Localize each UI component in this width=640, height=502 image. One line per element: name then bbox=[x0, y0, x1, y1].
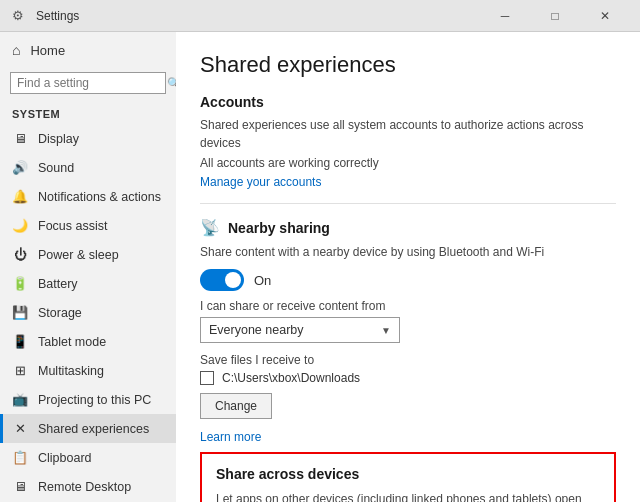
share-across-description: Let apps on other devices (including lin… bbox=[216, 490, 600, 502]
title-bar: ⚙ Settings ─ □ ✕ bbox=[0, 0, 640, 32]
home-icon: ⌂ bbox=[12, 42, 20, 58]
nearby-toggle[interactable] bbox=[200, 269, 244, 291]
share-from-label: I can share or receive content from bbox=[200, 299, 616, 313]
sidebar-item-label: Clipboard bbox=[38, 451, 92, 465]
sidebar-item-storage[interactable]: 💾 Storage bbox=[0, 298, 176, 327]
nearby-toggle-knob bbox=[225, 272, 241, 288]
search-icon: 🔍 bbox=[167, 77, 176, 90]
title-bar-controls: ─ □ ✕ bbox=[482, 0, 628, 32]
sidebar-item-remote[interactable]: 🖥 Remote Desktop bbox=[0, 472, 176, 501]
clipboard-icon: 📋 bbox=[12, 450, 28, 465]
sidebar-section-label: System bbox=[0, 102, 176, 124]
accounts-description: Shared experiences use all system accoun… bbox=[200, 116, 616, 152]
change-button[interactable]: Change bbox=[200, 393, 272, 419]
sidebar-item-battery[interactable]: 🔋 Battery bbox=[0, 269, 176, 298]
sidebar-item-home[interactable]: ⌂ Home bbox=[0, 32, 176, 68]
share-from-value: Everyone nearby bbox=[209, 323, 304, 337]
focus-icon: 🌙 bbox=[12, 218, 28, 233]
share-across-title: Share across devices bbox=[216, 466, 600, 482]
sidebar-item-label: Notifications & actions bbox=[38, 190, 161, 204]
save-path: C:\Users\xbox\Downloads bbox=[222, 371, 360, 385]
shared-icon: ✕ bbox=[12, 421, 28, 436]
multitasking-icon: ⊞ bbox=[12, 363, 28, 378]
sidebar-item-label: Focus assist bbox=[38, 219, 107, 233]
sidebar-item-label: Battery bbox=[38, 277, 78, 291]
sidebar-item-focus[interactable]: 🌙 Focus assist bbox=[0, 211, 176, 240]
search-box[interactable]: 🔍 bbox=[10, 72, 166, 94]
maximize-button[interactable]: □ bbox=[532, 0, 578, 32]
settings-icon: ⚙ bbox=[12, 8, 28, 24]
sidebar-item-label: Storage bbox=[38, 306, 82, 320]
storage-icon: 💾 bbox=[12, 305, 28, 320]
minimize-button[interactable]: ─ bbox=[482, 0, 528, 32]
projecting-icon: 📺 bbox=[12, 392, 28, 407]
chevron-down-icon: ▼ bbox=[381, 325, 391, 336]
tablet-icon: 📱 bbox=[12, 334, 28, 349]
sidebar-item-projecting[interactable]: 📺 Projecting to this PC bbox=[0, 385, 176, 414]
save-row: C:\Users\xbox\Downloads bbox=[200, 371, 616, 385]
display-icon: 🖥 bbox=[12, 131, 28, 146]
learn-more-link[interactable]: Learn more bbox=[200, 430, 261, 444]
nearby-description: Share content with a nearby device by us… bbox=[200, 243, 616, 261]
sidebar-item-display[interactable]: 🖥 Display bbox=[0, 124, 176, 153]
accounts-section-title: Accounts bbox=[200, 94, 616, 110]
power-icon: ⏻ bbox=[12, 247, 28, 262]
nearby-sharing-header: 📡 Nearby sharing bbox=[200, 218, 616, 237]
sidebar-item-label: Tablet mode bbox=[38, 335, 106, 349]
sidebar-home-label: Home bbox=[30, 43, 65, 58]
sidebar-item-label: Remote Desktop bbox=[38, 480, 131, 494]
notifications-icon: 🔔 bbox=[12, 189, 28, 204]
sidebar-item-shared[interactable]: ✕ Shared experiences bbox=[0, 414, 176, 443]
sidebar-item-label: Power & sleep bbox=[38, 248, 119, 262]
sidebar-item-tablet[interactable]: 📱 Tablet mode bbox=[0, 327, 176, 356]
sidebar-item-multitasking[interactable]: ⊞ Multitasking bbox=[0, 356, 176, 385]
sidebar-item-clipboard[interactable]: 📋 Clipboard bbox=[0, 443, 176, 472]
remote-icon: 🖥 bbox=[12, 479, 28, 494]
sidebar: ⌂ Home 🔍 System 🖥 Display 🔊 Sound 🔔 Noti… bbox=[0, 32, 176, 502]
nearby-toggle-label: On bbox=[254, 273, 271, 288]
accounts-status: All accounts are working correctly bbox=[200, 156, 616, 170]
sidebar-item-notifications[interactable]: 🔔 Notifications & actions bbox=[0, 182, 176, 211]
nearby-toggle-row: On bbox=[200, 269, 616, 291]
manage-accounts-link[interactable]: Manage your accounts bbox=[200, 175, 321, 189]
sidebar-item-label: Multitasking bbox=[38, 364, 104, 378]
nearby-sharing-title: Nearby sharing bbox=[228, 220, 330, 236]
title-bar-text: Settings bbox=[36, 9, 482, 23]
nearby-icon: 📡 bbox=[200, 218, 220, 237]
share-from-dropdown[interactable]: Everyone nearby ▼ bbox=[200, 317, 400, 343]
app-body: ⌂ Home 🔍 System 🖥 Display 🔊 Sound 🔔 Noti… bbox=[0, 32, 640, 502]
share-across-devices-box: Share across devices Let apps on other d… bbox=[200, 452, 616, 502]
close-button[interactable]: ✕ bbox=[582, 0, 628, 32]
sidebar-item-label: Projecting to this PC bbox=[38, 393, 151, 407]
sidebar-item-label: Sound bbox=[38, 161, 74, 175]
search-input[interactable] bbox=[17, 76, 167, 90]
battery-icon: 🔋 bbox=[12, 276, 28, 291]
content-area: Shared experiences Accounts Shared exper… bbox=[176, 32, 640, 502]
sound-icon: 🔊 bbox=[12, 160, 28, 175]
sidebar-item-power[interactable]: ⏻ Power & sleep bbox=[0, 240, 176, 269]
sidebar-item-sound[interactable]: 🔊 Sound bbox=[0, 153, 176, 182]
sidebar-item-label: Shared experiences bbox=[38, 422, 149, 436]
save-files-label: Save files I receive to bbox=[200, 353, 616, 367]
divider-1 bbox=[200, 203, 616, 204]
save-checkbox[interactable] bbox=[200, 371, 214, 385]
page-title: Shared experiences bbox=[200, 52, 616, 78]
sidebar-item-label: Display bbox=[38, 132, 79, 146]
